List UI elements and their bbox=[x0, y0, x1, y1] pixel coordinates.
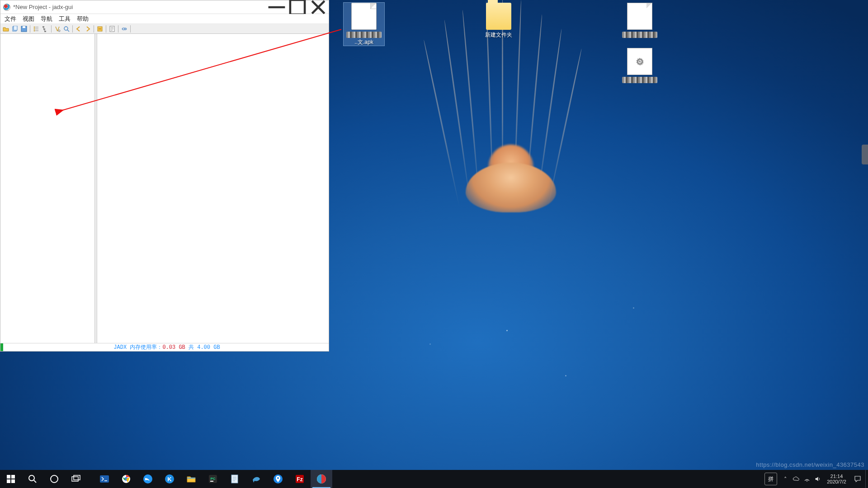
file-icon bbox=[351, 3, 377, 30]
desktop-icon-file-2[interactable] bbox=[619, 3, 660, 39]
save-all-icon[interactable] bbox=[20, 25, 28, 33]
task-view-button[interactable] bbox=[65, 470, 87, 488]
tray-clock[interactable]: 21:14 2020/7/2 bbox=[823, 470, 850, 488]
obscured-text bbox=[346, 32, 382, 38]
code-panel[interactable] bbox=[96, 34, 329, 343]
taskbar-app-pycharm[interactable]: PC bbox=[202, 470, 224, 488]
svg-point-12 bbox=[64, 27, 68, 30]
svg-point-6 bbox=[34, 28, 35, 29]
svg-point-24 bbox=[51, 475, 58, 483]
menu-file[interactable]: 文件 bbox=[1, 14, 19, 24]
tray-notifications-icon[interactable] bbox=[850, 470, 865, 488]
start-button[interactable] bbox=[0, 470, 22, 488]
taskbar-app-dolphin[interactable] bbox=[245, 470, 267, 488]
menubar: 文件 视图 导航 工具 帮助 bbox=[0, 14, 329, 24]
desktop-icon-folder[interactable]: 新建文件夹 bbox=[478, 3, 519, 38]
tray-onedrive-icon[interactable] bbox=[791, 470, 802, 488]
toolbar bbox=[0, 24, 329, 34]
deobfuscate-icon[interactable] bbox=[96, 25, 104, 33]
memory-used: 0.03 GB bbox=[162, 344, 185, 351]
jadx-window: *New Project - jadx-gui 文件 视图 导航 工具 帮助 bbox=[0, 0, 329, 352]
taskbar-app-locator[interactable] bbox=[267, 470, 289, 488]
maximize-button[interactable] bbox=[287, 0, 308, 14]
memory-usage[interactable]: JADX 内存使用率：0.03 GB 共 4.00 GB bbox=[5, 343, 329, 351]
obscured-text bbox=[622, 77, 657, 83]
titlebar[interactable]: *New Project - jadx-gui bbox=[0, 0, 329, 14]
open-file-icon[interactable] bbox=[2, 25, 10, 33]
tree-panel[interactable] bbox=[0, 34, 96, 343]
svg-rect-19 bbox=[7, 475, 10, 479]
toolbar-separator bbox=[106, 25, 106, 33]
add-files-icon[interactable] bbox=[11, 25, 19, 33]
svg-text:Fz: Fz bbox=[297, 476, 302, 483]
svg-rect-4 bbox=[23, 26, 25, 28]
svg-rect-22 bbox=[11, 479, 15, 483]
window-title: *New Project - jadx-gui bbox=[13, 4, 266, 10]
search-button[interactable] bbox=[22, 470, 43, 488]
taskbar-app-chrome[interactable] bbox=[115, 470, 137, 488]
tray-show-hidden-icon[interactable]: ˄ bbox=[780, 470, 791, 488]
forward-icon[interactable] bbox=[84, 25, 92, 33]
toolbar-separator bbox=[130, 25, 131, 33]
preferences-icon[interactable] bbox=[120, 25, 128, 33]
flatten-pkg-icon[interactable] bbox=[32, 25, 40, 33]
svg-point-23 bbox=[29, 475, 34, 481]
svg-rect-36 bbox=[210, 481, 213, 482]
svg-rect-2 bbox=[14, 26, 17, 30]
close-button[interactable] bbox=[308, 0, 329, 14]
svg-rect-21 bbox=[7, 479, 10, 483]
taskbar: K PC Fz 拼 ˄ 21:14 2020/7/2 bbox=[0, 470, 868, 488]
svg-rect-33 bbox=[187, 478, 195, 479]
system-tray: 拼 ˄ 21:14 2020/7/2 bbox=[762, 470, 868, 488]
toolbar-separator bbox=[94, 25, 94, 33]
svg-point-7 bbox=[34, 30, 35, 31]
statusbar: JADX 内存使用率：0.03 GB 共 4.00 GB bbox=[0, 343, 329, 351]
svg-rect-26 bbox=[74, 475, 80, 480]
screen-edge-tab[interactable] bbox=[862, 145, 868, 164]
menu-navigate[interactable]: 导航 bbox=[38, 14, 56, 24]
desktop-icon-apk[interactable]: ..文.apk bbox=[344, 3, 384, 46]
taskbar-app-filezilla[interactable]: Fz bbox=[289, 470, 311, 488]
tray-volume-icon[interactable] bbox=[812, 470, 823, 488]
taskbar-app-jadx[interactable] bbox=[311, 470, 332, 488]
settings-file-icon: ⚙ bbox=[627, 48, 652, 75]
jadx-app-icon bbox=[3, 4, 10, 11]
obscured-text bbox=[622, 32, 657, 38]
menu-view[interactable]: 视图 bbox=[19, 14, 38, 24]
log-viewer-icon[interactable] bbox=[108, 25, 116, 33]
svg-point-5 bbox=[34, 26, 35, 28]
menu-help[interactable]: 帮助 bbox=[74, 14, 92, 24]
hierarchy-pkg-icon[interactable] bbox=[41, 25, 49, 33]
class-search-icon[interactable] bbox=[62, 25, 71, 33]
svg-point-16 bbox=[123, 28, 124, 30]
svg-point-11 bbox=[58, 30, 60, 32]
toolbar-separator bbox=[72, 25, 73, 33]
taskbar-app-notepad[interactable] bbox=[224, 470, 245, 488]
folder-icon bbox=[486, 3, 511, 30]
cortana-button[interactable] bbox=[43, 470, 65, 488]
memory-prefix: JADX 内存使用率： bbox=[113, 344, 162, 351]
taskbar-app-dingtalk[interactable] bbox=[137, 470, 159, 488]
toolbar-separator bbox=[51, 25, 52, 33]
memory-total: 4.00 GB bbox=[197, 344, 220, 351]
tray-network-icon[interactable] bbox=[802, 470, 812, 488]
taskbar-app-explorer[interactable] bbox=[180, 470, 202, 488]
svg-rect-20 bbox=[11, 475, 15, 479]
minimize-button[interactable] bbox=[266, 0, 287, 14]
show-desktop-button[interactable] bbox=[865, 470, 868, 488]
tray-time: 21:14 bbox=[827, 474, 846, 479]
memory-mid: 共 bbox=[185, 344, 197, 351]
ime-indicator[interactable]: 拼 bbox=[764, 473, 777, 485]
desktop-icon-label: 新建文件夹 bbox=[478, 32, 519, 38]
tray-date: 2020/7/2 bbox=[827, 479, 846, 484]
toolbar-separator bbox=[30, 25, 30, 33]
svg-point-43 bbox=[807, 481, 807, 482]
desktop-icon-file-3[interactable]: ⚙ bbox=[619, 48, 660, 84]
back-icon[interactable] bbox=[75, 25, 83, 33]
toolbar-separator bbox=[118, 25, 118, 33]
taskbar-app-k[interactable]: K bbox=[159, 470, 180, 488]
text-search-icon[interactable] bbox=[53, 25, 61, 33]
taskbar-app-powershell[interactable] bbox=[94, 470, 115, 488]
svg-rect-27 bbox=[100, 475, 109, 483]
menu-tools[interactable]: 工具 bbox=[56, 14, 74, 24]
